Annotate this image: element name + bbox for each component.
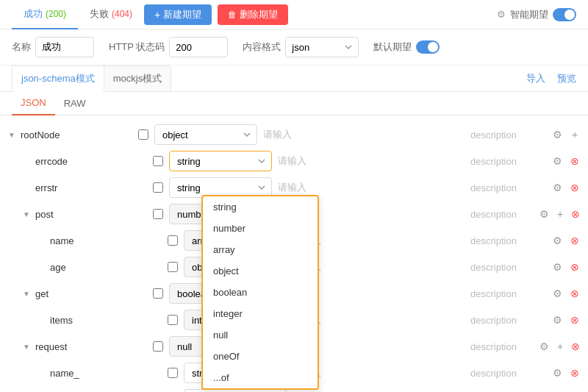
- smart-expect-label: 智能期望: [510, 8, 548, 21]
- dropdown-item-object[interactable]: object: [203, 260, 318, 282]
- row-actions: ⚙ ⊗: [538, 286, 582, 301]
- settings-icon[interactable]: ⚙: [550, 313, 564, 327]
- name-input[interactable]: [35, 37, 94, 57]
- field-name: post: [35, 209, 153, 220]
- field-checkbox[interactable]: [138, 129, 148, 140]
- expand-icon[interactable]: ▼: [21, 288, 32, 299]
- new-expect-button[interactable]: + 新建期望: [144, 4, 212, 25]
- delete-icon[interactable]: ⊗: [567, 286, 582, 301]
- expand-icon[interactable]: ▼: [6, 129, 18, 140]
- field-checkbox[interactable]: [168, 368, 178, 378]
- settings-icon[interactable]: ⚙: [538, 207, 551, 221]
- sub-tabs-bar: json-schema模式 mockjs模式 导入 预览: [0, 65, 588, 92]
- tab-fail-label: 失败: [90, 7, 109, 21]
- meta-content: 内容格式 json xml text: [243, 37, 359, 57]
- dropdown-item-oneof[interactable]: oneOf: [203, 346, 318, 367]
- preview-button[interactable]: 预览: [557, 72, 576, 85]
- field-name: errstr: [35, 182, 153, 193]
- gear-icon: ⚙: [497, 9, 506, 20]
- expand-icon[interactable]: ▼: [21, 341, 32, 352]
- desc-text: description: [465, 129, 538, 140]
- top-tabs-bar: 成功 (200) 失败 (404) + 新建期望 🗑 删除期望 ⚙ 智能期望: [0, 0, 588, 29]
- field-checkbox[interactable]: [153, 288, 163, 299]
- content-select[interactable]: json xml text: [285, 37, 359, 57]
- dropdown-item-number[interactable]: number: [203, 218, 318, 239]
- tab-success[interactable]: 成功 (200): [12, 0, 78, 29]
- smart-expect-toggle[interactable]: [553, 8, 576, 21]
- field-checkbox[interactable]: [153, 156, 163, 166]
- status-input[interactable]: [169, 37, 228, 57]
- tab-fail-count: (404): [112, 9, 132, 19]
- sub-tab-actions: 导入 预览: [526, 72, 576, 85]
- add-icon[interactable]: +: [567, 127, 582, 142]
- field-checkbox[interactable]: [153, 341, 163, 352]
- desc-text: description: [465, 156, 538, 167]
- settings-icon[interactable]: ⚙: [550, 286, 564, 301]
- settings-icon[interactable]: ⚙: [550, 154, 564, 168]
- meta-default: 默认期望: [373, 40, 440, 54]
- settings-icon[interactable]: ⚙: [550, 127, 564, 142]
- dropdown-item-boolean[interactable]: boolean: [203, 282, 318, 303]
- value-input[interactable]: [272, 153, 465, 169]
- delete-icon[interactable]: ⊗: [570, 339, 582, 354]
- row-actions: ⚙ ⊗: [538, 260, 582, 274]
- field-name: get: [35, 288, 153, 299]
- row-actions: ⚙ ⊗: [538, 180, 582, 195]
- tab-fail[interactable]: 失败 (404): [78, 0, 144, 29]
- value-input[interactable]: [272, 179, 465, 196]
- desc-text: description: [465, 182, 538, 193]
- tab-mockjs[interactable]: mockjs模式: [104, 65, 171, 92]
- dropdown-item-string[interactable]: string: [203, 196, 318, 218]
- expand-icon[interactable]: ▼: [21, 208, 32, 220]
- desc-text: description: [465, 368, 538, 379]
- delete-icon: 🗑: [228, 10, 237, 20]
- tab-success-count: (200): [46, 9, 66, 19]
- desc-text: description: [465, 209, 538, 220]
- field-checkbox[interactable]: [153, 182, 163, 193]
- tab-json[interactable]: JSON: [12, 92, 55, 115]
- settings-icon[interactable]: ⚙: [550, 366, 564, 380]
- row-actions: ⚙ ⊗: [538, 313, 582, 327]
- default-expect-toggle[interactable]: [416, 40, 440, 54]
- delete-icon[interactable]: ⊗: [567, 180, 582, 195]
- field-name-items: items: [50, 315, 168, 326]
- value-input[interactable]: [257, 126, 465, 143]
- delete-icon[interactable]: ⊗: [567, 154, 582, 168]
- field-checkbox[interactable]: [168, 315, 178, 325]
- tab-json-schema[interactable]: json-schema模式: [12, 65, 104, 92]
- field-checkbox[interactable]: [168, 262, 178, 272]
- type-select-open[interactable]: stringnumberarrayobjectbooleanintegernul…: [169, 151, 272, 171]
- delete-expect-button[interactable]: 🗑 删除期望: [218, 4, 288, 25]
- add-icon[interactable]: +: [553, 207, 566, 221]
- schema-tabs: json-schema模式 mockjs模式: [12, 65, 171, 92]
- desc-text: description: [465, 341, 538, 352]
- settings-icon[interactable]: ⚙: [550, 180, 564, 195]
- field-checkbox[interactable]: [153, 209, 163, 219]
- delete-icon[interactable]: ⊗: [567, 366, 582, 380]
- add-icon[interactable]: +: [553, 339, 566, 354]
- delete-icon[interactable]: ⊗: [570, 207, 582, 221]
- main-container: 成功 (200) 失败 (404) + 新建期望 🗑 删除期望 ⚙ 智能期望 名…: [0, 0, 588, 392]
- tab-success-label: 成功: [24, 7, 43, 21]
- delete-icon[interactable]: ⊗: [567, 233, 582, 248]
- import-button[interactable]: 导入: [526, 72, 545, 85]
- meta-status: HTTP 状态码: [109, 37, 228, 57]
- delete-icon[interactable]: ⊗: [567, 313, 582, 327]
- field-name: rootNode: [21, 129, 138, 140]
- settings-icon[interactable]: ⚙: [550, 260, 564, 274]
- settings-icon[interactable]: ⚙: [538, 339, 551, 354]
- dropdown-item-array[interactable]: array: [203, 239, 318, 260]
- field-checkbox[interactable]: [168, 235, 178, 246]
- row-actions: ⚙ + ⊗: [538, 339, 582, 354]
- desc-text: description: [465, 235, 538, 246]
- dropdown-item-null[interactable]: null: [203, 324, 318, 346]
- type-select[interactable]: objectstringnumberarraybooleanintegernul…: [154, 124, 257, 145]
- settings-icon[interactable]: ⚙: [550, 233, 564, 248]
- dropdown-item-integer[interactable]: integer: [203, 303, 318, 324]
- delete-icon[interactable]: ⊗: [567, 260, 582, 274]
- dropdown-item-of[interactable]: ...of: [203, 367, 318, 388]
- field-name: request: [35, 341, 153, 352]
- tab-raw[interactable]: RAW: [55, 92, 95, 115]
- field-name: name: [50, 235, 168, 246]
- field-name: errcode: [35, 156, 153, 167]
